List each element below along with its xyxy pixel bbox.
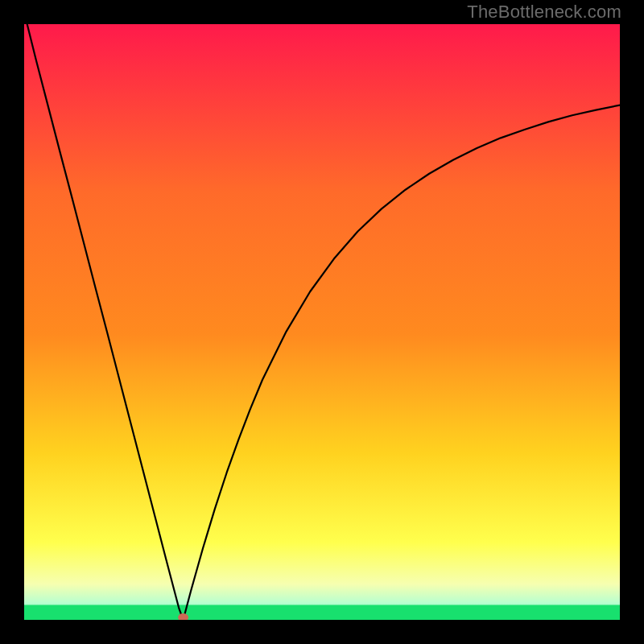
gradient-background	[24, 24, 620, 620]
chart-svg	[24, 24, 620, 620]
plot-area	[24, 24, 620, 620]
chart-container: TheBottleneck.com	[0, 0, 644, 644]
watermark-text: TheBottleneck.com	[467, 2, 621, 23]
green-band	[24, 605, 620, 621]
